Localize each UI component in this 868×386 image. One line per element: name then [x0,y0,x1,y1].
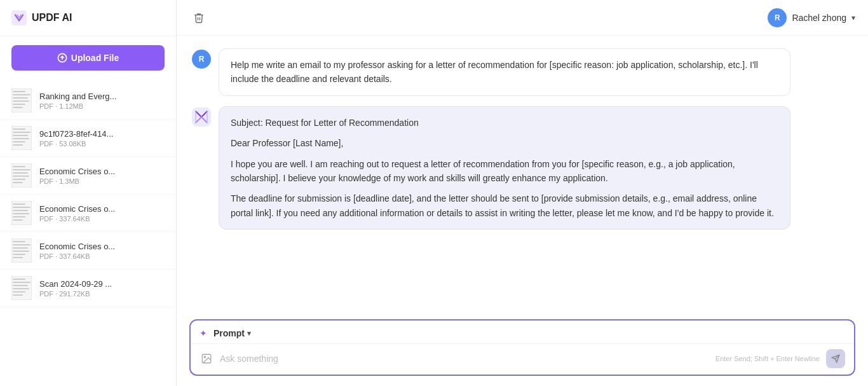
file-icon [11,126,32,150]
file-name: Economic Crises o... [39,167,165,176]
send-icon [831,354,840,363]
svg-rect-3 [13,91,25,92]
app-logo [11,10,27,25]
svg-rect-42 [13,291,25,293]
svg-rect-11 [13,132,31,133]
svg-rect-24 [13,203,25,205]
list-item[interactable]: Economic Crises o... PDF · 337.64KB [0,195,176,232]
svg-rect-27 [13,213,29,214]
input-toolbar: ✦ Prompt ▾ [191,321,854,344]
chat-header: R Rachel zhong ▾ [177,0,868,36]
input-row: Enter Send; Shift + Enter Newline [191,344,854,375]
file-meta: PDF · 53.08KB [39,140,165,148]
list-item[interactable]: 9c1f0723-8fef-414... PDF · 53.08KB [0,120,176,157]
upload-icon [57,53,67,63]
input-hint: Enter Send; Shift + Enter Newline [715,355,820,362]
app-name: UPDF AI [32,12,72,24]
svg-rect-12 [13,135,28,136]
svg-rect-25 [13,207,31,208]
file-meta: PDF · 337.64KB [39,215,165,223]
svg-rect-41 [13,288,29,289]
image-attach-button[interactable] [200,352,214,366]
list-item[interactable]: Economic Crises o... PDF · 1.3MB [0,157,176,195]
file-name: Ranking and Everg... [39,92,165,101]
file-name: Scan 2024-09-29 ... [39,279,165,289]
svg-rect-35 [13,254,25,255]
prompt-button[interactable]: Prompt ▾ [211,327,254,340]
file-meta: PDF · 1.12MB [39,102,165,110]
file-icon [11,201,32,225]
file-name: Economic Crises o... [39,204,165,214]
file-icon [11,238,32,263]
sidebar-header: UPDF AI [0,0,176,36]
svg-rect-18 [13,169,31,170]
ai-avatar-icon [192,107,211,127]
sidebar: UPDF AI Upload File Rankin [0,0,177,386]
send-button[interactable] [826,349,845,368]
svg-rect-7 [13,104,25,105]
clear-chat-button[interactable] [189,8,208,27]
file-meta: PDF · 337.64KB [39,252,165,260]
svg-rect-13 [13,138,29,139]
svg-rect-17 [13,166,25,167]
user-bubble: Help me write an email to my professor a… [219,48,790,96]
svg-rect-31 [13,241,25,242]
svg-rect-4 [13,94,31,95]
svg-rect-38 [13,279,25,280]
username: Rachel zhong [792,13,846,23]
svg-rect-6 [13,100,29,102]
ai-bubble: Subject: Request for Letter of Recommend… [219,106,790,230]
svg-rect-21 [13,179,25,180]
file-name: 9c1f0723-8fef-414... [39,129,165,139]
logo-icon [11,10,27,25]
ai-paragraph: Subject: Request for Letter of Recommend… [231,116,778,130]
list-item[interactable]: Scan 2024-09-29 ... PDF · 291.72KB [0,270,176,307]
svg-rect-10 [13,128,25,130]
svg-rect-36 [13,257,23,258]
chat-input-wrapper: ✦ Prompt ▾ Enter Send; Shift + Enter New… [177,310,868,386]
svg-rect-34 [13,251,29,252]
svg-rect-8 [13,107,23,108]
file-meta: PDF · 291.72KB [39,290,165,298]
ai-paragraph: I hope you are well. I am reaching out t… [231,157,778,186]
prompt-chevron-icon: ▾ [247,329,251,338]
svg-rect-33 [13,247,28,249]
svg-rect-15 [13,144,23,146]
chat-body: R Help me write an email to my professor… [177,36,868,310]
user-avatar: R [192,50,211,69]
avatar: R [768,8,787,27]
file-name: Economic Crises o... [39,242,165,251]
svg-rect-39 [13,282,31,283]
svg-rect-26 [13,210,28,211]
file-icon [11,163,32,188]
chevron-down-icon: ▾ [851,13,855,22]
svg-point-46 [204,356,205,357]
file-list: Ranking and Everg... PDF · 1.12MB 9c1f07… [0,79,176,386]
svg-rect-40 [13,285,28,286]
sparkle-icon: ✦ [200,328,207,338]
list-item[interactable]: Economic Crises o... PDF · 337.64KB [0,232,176,270]
ask-input[interactable] [220,354,709,364]
file-meta: PDF · 1.3MB [39,177,165,185]
list-item[interactable]: Ranking and Everg... PDF · 1.12MB [0,82,176,120]
image-icon [201,353,212,364]
file-icon [11,276,32,300]
svg-rect-29 [13,219,23,221]
svg-rect-43 [13,294,23,296]
svg-rect-32 [13,244,31,245]
ai-paragraph: The deadline for submission is [deadline… [231,191,778,220]
main-panel: R Rachel zhong ▾ R Help me write an emai… [177,0,868,386]
svg-rect-28 [13,216,25,217]
ai-message: Subject: Request for Letter of Recommend… [192,106,853,230]
chat-input-box: ✦ Prompt ▾ Enter Send; Shift + Enter New… [189,319,855,376]
svg-rect-5 [13,97,28,99]
file-icon [11,88,32,113]
user-menu[interactable]: R Rachel zhong ▾ [768,8,855,27]
svg-rect-14 [13,141,25,142]
user-message: R Help me write an email to my professor… [192,48,853,96]
svg-rect-20 [13,176,29,177]
svg-rect-19 [13,172,28,174]
ai-paragraph: Dear Professor [Last Name], [231,136,778,150]
trash-icon [193,12,205,24]
upload-file-button[interactable]: Upload File [11,45,165,71]
